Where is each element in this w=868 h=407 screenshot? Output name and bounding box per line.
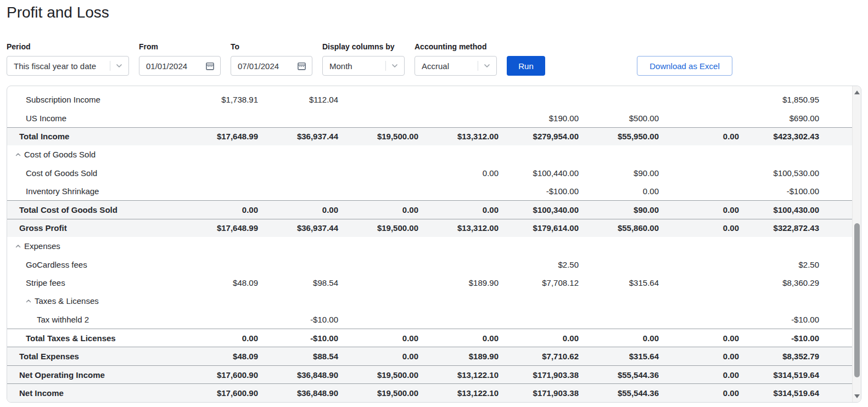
display-columns-label: Display columns by — [322, 43, 405, 50]
amount-cell: $13,312.00 — [418, 132, 499, 141]
amount-cell: $36,848.90 — [258, 388, 338, 398]
amount-cell: $315.64 — [579, 352, 659, 361]
scroll-down-button[interactable] — [853, 392, 861, 400]
from-filter: From 01/01/2024 — [139, 43, 221, 76]
table-row: GoCardless fees $2.50$2.50 — [7, 256, 861, 274]
amount-cell: $171,903.38 — [499, 388, 579, 398]
table-row: Cost of Goods Sold 0.00$100,440.00$90.00… — [7, 164, 861, 182]
table-row: Net Income $17,600.90$36,848.90$19,500.0… — [7, 383, 861, 402]
table-row: Inventory Shrinkage -$100.000.00-$100.00 — [7, 182, 861, 200]
amount-cell: $17,600.90 — [178, 370, 258, 380]
row-label-cell: Total Taxes & Licenses — [7, 333, 178, 343]
amount-cell: $1,850.95 — [739, 95, 819, 104]
amount-cell: 0.00 — [178, 333, 258, 343]
download-as-excel-button[interactable]: Download as Excel — [637, 56, 732, 76]
vertical-scrollbar[interactable] — [852, 86, 861, 402]
table-row: Cost of Goods Sold — [7, 145, 861, 163]
amount-cell: 0.00 — [659, 205, 739, 214]
page-title: Profit and Loss — [7, 3, 861, 22]
table-row: Total Income $17,648.99$36,937.44$19,500… — [7, 127, 861, 145]
row-label-cell: Taxes & Licenses — [7, 296, 178, 306]
amount-cell: $19,500.00 — [338, 132, 418, 141]
amount-cell: $55,860.00 — [579, 223, 659, 233]
amount-cell: -$100.00 — [499, 186, 579, 196]
row-label: Expenses — [24, 241, 60, 251]
profit-and-loss-report-table: Subscription Income $1,738.91$112.04$1,8… — [7, 86, 861, 403]
amount-cell: $8,360.29 — [739, 278, 819, 287]
accounting-method-select[interactable]: Accrual — [415, 56, 497, 76]
accounting-method-filter: Accounting method Accrual — [415, 43, 497, 76]
amount-cell: -$10.00 — [739, 315, 819, 324]
row-label: Net Income — [19, 388, 64, 398]
chevron-up-icon[interactable] — [15, 243, 21, 250]
amount-cell: 0.00 — [579, 186, 659, 196]
amount-cell: $19,500.00 — [338, 223, 418, 233]
from-date-input[interactable]: 01/01/2024 — [139, 56, 221, 76]
amount-cell: -$100.00 — [739, 186, 819, 196]
amount-cell: $690.00 — [739, 114, 819, 123]
row-label: Total Taxes & Licenses — [26, 333, 116, 343]
amount-cell: -$10.00 — [739, 333, 819, 343]
amount-cell: 0.00 — [418, 205, 499, 214]
period-filter: Period This fiscal year to date — [7, 43, 129, 76]
calendar-icon — [205, 61, 215, 71]
period-value: This fiscal year to date — [14, 61, 107, 71]
report-body: Subscription Income $1,738.91$112.04$1,8… — [7, 91, 861, 402]
amount-cell: $36,848.90 — [258, 370, 338, 380]
row-label: Gross Profit — [19, 223, 67, 233]
amount-cell: $48.09 — [178, 352, 258, 361]
row-label-cell: Cost of Goods Sold — [7, 168, 178, 178]
to-date-input[interactable]: 07/01/2024 — [231, 56, 312, 76]
triangle-up-icon — [854, 91, 860, 94]
amount-cell: 0.00 — [499, 333, 579, 343]
table-row: Gross Profit $17,648.99$36,937.44$19,500… — [7, 219, 861, 237]
table-row: Net Operating Income $17,600.90$36,848.9… — [7, 365, 861, 383]
amount-cell: $13,122.10 — [418, 370, 499, 380]
amount-cell: $90.00 — [579, 168, 659, 178]
scroll-up-button[interactable] — [853, 88, 861, 96]
amount-cell: $2.50 — [739, 260, 819, 269]
display-columns-select[interactable]: Month — [322, 56, 405, 76]
chevron-up-icon[interactable] — [15, 151, 21, 158]
amount-cell: $19,500.00 — [338, 370, 418, 380]
amount-cell: $100,340.00 — [499, 205, 579, 214]
amount-cell: 0.00 — [258, 205, 338, 214]
row-label-cell: GoCardless fees — [7, 260, 178, 269]
display-columns-value: Month — [329, 61, 382, 71]
table-row: Taxes & Licenses — [7, 292, 861, 310]
amount-cell: $190.00 — [499, 114, 579, 123]
row-label: GoCardless fees — [26, 260, 87, 269]
chevron-up-icon[interactable] — [25, 298, 32, 304]
period-select[interactable]: This fiscal year to date — [7, 56, 129, 76]
from-label: From — [139, 43, 221, 50]
row-label-cell: Subscription Income — [7, 95, 178, 104]
display-columns-filter: Display columns by Month — [322, 43, 405, 76]
row-label-cell: US Income — [7, 114, 178, 123]
amount-cell: 0.00 — [659, 132, 739, 141]
scrollbar-thumb[interactable] — [854, 223, 860, 377]
filter-bar: Period This fiscal year to date From 01/… — [7, 43, 861, 76]
amount-cell: -$10.00 — [258, 333, 338, 343]
row-label: Net Operating Income — [19, 370, 105, 380]
row-label-cell: Total Income — [7, 132, 178, 141]
amount-cell: $112.04 — [258, 95, 338, 104]
amount-cell: $36,937.44 — [258, 132, 338, 141]
row-label-cell: Total Cost of Goods Sold — [7, 205, 178, 214]
amount-cell: $100,440.00 — [499, 168, 579, 178]
table-row: Total Cost of Goods Sold 0.000.000.000.0… — [7, 200, 861, 218]
row-label: Subscription Income — [26, 95, 100, 104]
amount-cell: $1,738.91 — [178, 95, 258, 104]
amount-cell: $17,648.99 — [178, 132, 258, 141]
row-label-cell: Stripe fees — [7, 278, 178, 287]
table-row: Total Expenses $48.09$88.540.00$189.90$7… — [7, 347, 861, 365]
amount-cell: $98.54 — [258, 278, 338, 287]
amount-cell: 0.00 — [178, 205, 258, 214]
chevron-down-icon — [115, 62, 123, 70]
row-label-cell: Expenses — [7, 241, 178, 251]
to-label: To — [231, 43, 312, 50]
table-row: Total Taxes & Licenses 0.00-$10.000.000.… — [7, 329, 861, 347]
run-button[interactable]: Run — [507, 56, 545, 76]
amount-cell: 0.00 — [579, 333, 659, 343]
amount-cell: $322,872.43 — [739, 223, 819, 233]
row-label: Tax withheld 2 — [37, 315, 89, 324]
